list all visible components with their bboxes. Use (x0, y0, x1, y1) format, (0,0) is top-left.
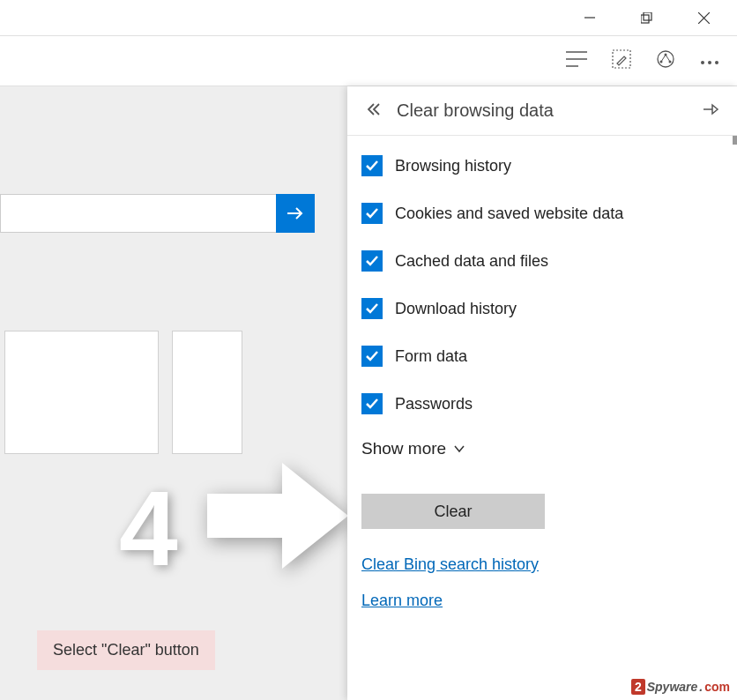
instruction-caption: Select "Clear" button (37, 630, 215, 670)
checkbox-row[interactable]: Cached data and files (361, 250, 723, 272)
checkbox-row[interactable]: Download history (361, 298, 723, 319)
share-icon[interactable] (656, 49, 675, 72)
checkbox-label: Form data (395, 347, 467, 366)
checkbox-label: Cached data and files (395, 252, 548, 271)
checkbox-row[interactable]: Browsing history (361, 155, 723, 176)
learn-more-link[interactable]: Learn more (361, 592, 723, 610)
chevron-down-icon (453, 444, 465, 453)
arrow-icon (207, 454, 348, 581)
svg-marker-19 (207, 463, 348, 569)
clear-button[interactable]: Clear (361, 494, 545, 529)
show-more-button[interactable]: Show more (361, 439, 723, 458)
checkbox-label: Cookies and saved website data (395, 205, 623, 223)
clear-bing-link[interactable]: Clear Bing search history (361, 555, 723, 574)
checkbox-label: Passwords (395, 395, 473, 413)
search-input[interactable] (0, 194, 276, 233)
show-more-label: Show more (361, 439, 446, 458)
checkbox-row[interactable]: Form data (361, 346, 723, 367)
step-number: 4 (119, 467, 178, 589)
svg-point-17 (715, 61, 718, 64)
watermark-text: Spyware (647, 680, 698, 694)
checkbox-icon (361, 250, 383, 272)
svg-line-13 (661, 55, 666, 62)
clear-browsing-data-panel: Clear browsing data Browsing history Coo… (347, 86, 737, 700)
watermark-dot: . (699, 680, 703, 694)
watermark-com: com (704, 680, 730, 694)
svg-point-16 (708, 61, 711, 64)
checkbox-row[interactable]: Passwords (361, 393, 723, 414)
watermark: 2 Spyware . com (631, 679, 730, 695)
checkbox-icon (361, 393, 383, 414)
close-button[interactable] (684, 0, 724, 35)
svg-rect-2 (644, 12, 651, 20)
checkbox-icon (361, 155, 383, 176)
maximize-button[interactable] (627, 0, 666, 35)
checkbox-icon (361, 298, 383, 319)
top-site-tile[interactable] (4, 331, 159, 454)
svg-line-14 (666, 55, 670, 62)
web-note-icon[interactable] (612, 49, 631, 72)
svg-point-15 (701, 61, 704, 64)
top-site-tile[interactable] (172, 331, 242, 454)
watermark-badge: 2 (631, 679, 645, 695)
minimize-button[interactable] (570, 0, 609, 35)
more-icon[interactable] (700, 53, 719, 69)
checkbox-row[interactable]: Cookies and saved website data (361, 203, 723, 224)
checkbox-icon (361, 346, 383, 367)
svg-rect-1 (641, 15, 649, 23)
reading-view-icon[interactable] (566, 50, 587, 71)
checkbox-label: Download history (395, 300, 517, 318)
back-button[interactable] (365, 101, 381, 121)
scrollbar[interactable] (733, 136, 737, 145)
panel-title: Clear browsing data (397, 101, 686, 121)
search-button[interactable] (276, 194, 315, 233)
pin-icon[interactable] (702, 101, 719, 121)
checkbox-label: Browsing history (395, 157, 511, 175)
checkbox-icon (361, 203, 383, 224)
